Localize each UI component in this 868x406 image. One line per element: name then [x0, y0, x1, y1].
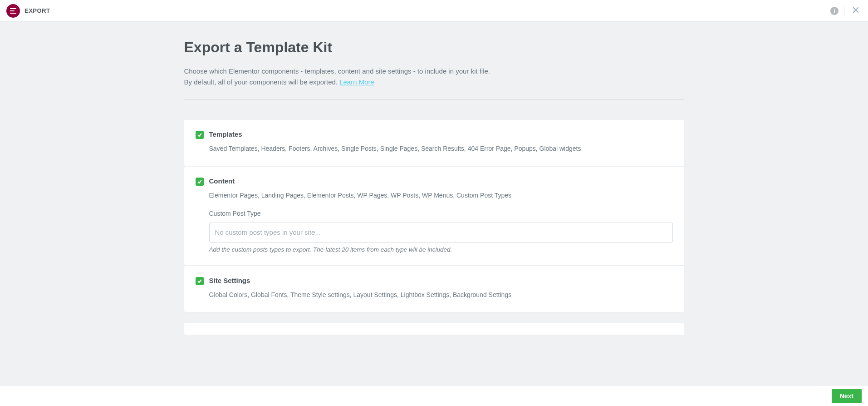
info-icon[interactable]: i: [830, 7, 839, 15]
x-glyph: [852, 6, 860, 14]
content-description: Elementor Pages, Landing Pages, Elemento…: [209, 190, 673, 200]
header-divider: [184, 99, 684, 100]
app-logo: [6, 4, 20, 18]
topbar: EXPORT i: [0, 0, 868, 22]
footer-bar: Next: [0, 385, 868, 406]
section-content-header: Content: [196, 177, 673, 186]
check-icon: [197, 179, 202, 184]
section-templates-header: Templates: [196, 130, 673, 139]
page-content: Export a Template Kit Choose which Eleme…: [184, 22, 684, 353]
main-viewport[interactable]: Export a Template Kit Choose which Eleme…: [0, 22, 868, 385]
learn-more-link[interactable]: Learn More: [339, 78, 374, 86]
close-icon[interactable]: [850, 6, 862, 16]
site-settings-title: Site Settings: [209, 277, 250, 284]
templates-checkbox[interactable]: [196, 131, 204, 139]
app-label: EXPORT: [25, 7, 50, 14]
templates-title: Templates: [209, 130, 242, 138]
page-title: Export a Template Kit: [184, 39, 684, 56]
cpt-input[interactable]: [209, 223, 673, 243]
page-subtitle: Choose which Elementor components - temp…: [184, 66, 684, 88]
section-site-settings-header: Site Settings: [196, 277, 673, 285]
topbar-divider: [844, 7, 844, 15]
cpt-label: Custom Post Type: [209, 210, 673, 217]
site-settings-checkbox[interactable]: [196, 277, 204, 285]
content-title: Content: [209, 177, 235, 185]
check-icon: [197, 132, 202, 138]
page-subtitle-line2-prefix: By default, all of your components will …: [184, 78, 340, 86]
logo-glyph: [10, 8, 16, 14]
section-site-settings: Site Settings Global Colors, Global Font…: [184, 266, 684, 312]
check-icon: [197, 278, 202, 284]
next-button[interactable]: Next: [832, 389, 862, 403]
site-settings-description: Global Colors, Global Fonts, Theme Style…: [209, 290, 673, 300]
templates-description: Saved Templates, Headers, Footers, Archi…: [209, 144, 673, 153]
section-templates: Templates Saved Templates, Headers, Foot…: [184, 120, 684, 166]
next-section-peek: [184, 323, 684, 335]
section-content: Content Elementor Pages, Landing Pages, …: [184, 167, 684, 265]
content-checkbox[interactable]: [196, 178, 204, 186]
page-subtitle-line1: Choose which Elementor components - temp…: [184, 67, 490, 75]
cpt-hint: Add the custom posts types to export. Th…: [209, 246, 673, 253]
topbar-right: i: [830, 6, 862, 16]
